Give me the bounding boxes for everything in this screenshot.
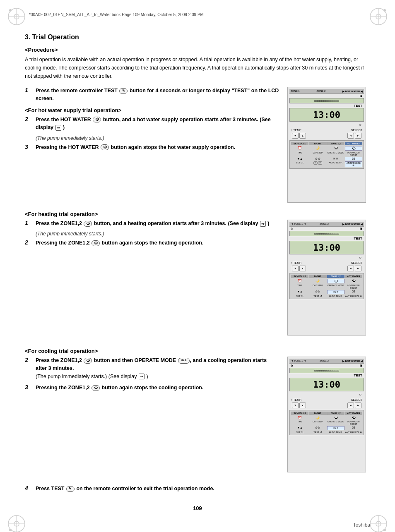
day-step-r1: DAYSTEP	[309, 151, 326, 156]
time-lbl2-r2: TIME	[291, 284, 308, 289]
heating-section: <For heating trial operation> 1 Press th…	[25, 211, 370, 335]
testref-r2: TEST ↺	[309, 295, 326, 297]
setcl-r2: SET CL	[291, 295, 308, 297]
cool-step2-number: 2	[25, 357, 32, 363]
hot-water-button-icon1: ⏻	[93, 117, 101, 122]
hw-icon-r1: ⏻	[345, 146, 362, 151]
hot-water-label-r1: ▶ HOT WATER ◀	[342, 90, 363, 93]
right-btn-r1: ►	[355, 133, 361, 139]
indicator-row-r1: ▣	[289, 94, 364, 98]
zone12-r3: ZONE 1,2	[327, 412, 344, 415]
bottom-row-r2: SET CL TEST ↺ AUTO TEMP. ANTIFREEZE ❄	[291, 295, 362, 297]
heat-step1-number: 1	[25, 220, 32, 226]
date-row-r3: ⊞⊞⊞⊞⊞⊞⊞⊞⊞⊞⊞⊞	[289, 368, 364, 373]
labels-row-r1: TIME DAYSTEP OPERATE MODE HOT WATER BOOS…	[291, 151, 362, 156]
temp-select-row-r1: ↑ TEMP. SELECT	[289, 128, 364, 132]
heat-step2-number: 2	[25, 239, 32, 246]
autotemp-r2: AUTO TEMP.	[327, 295, 344, 297]
hw-r2: ▶ HOT WATER ◀	[342, 223, 363, 225]
hw-icon-r3: ⏻	[345, 416, 362, 419]
zone12-hdr-r1: ZONE 1,2	[327, 142, 344, 145]
date-row-r2: ⊞⊞⊞⊞⊞⊞⊞⊞⊞⊞⊞⊞	[289, 231, 364, 236]
btns-row2-r1: ▼▲ ⊙⊙ ✳✳ 52	[291, 157, 362, 161]
down-btn-r1: ▼	[292, 133, 299, 139]
setcl-r3: SET CL	[291, 431, 308, 434]
hw-icon-r2: ⏻	[345, 279, 362, 283]
sched-icon-r3: ⏰	[291, 416, 308, 419]
grid-hdr-r2: SCHEDULE NIGHT ZONE 1,2 HOT WATER	[291, 275, 362, 278]
cool-step3-text: Pressing the ZONE1,2 ⏻ button again stop…	[36, 384, 203, 392]
temp-select-r2: ↑ TEMP. SELECT	[289, 261, 364, 265]
hw-step2-number: 2	[25, 116, 32, 122]
corner-mark-tr	[368, 6, 389, 27]
snowflake-r2: ⊙	[291, 227, 293, 230]
icon-row-r2: ⏰ 🌙 ⏻ ⏻	[291, 279, 362, 283]
time-r2: 13:00	[291, 242, 362, 253]
hot-water-text-column: 1 Press the remote controller TEST ✎ but…	[25, 87, 279, 155]
btn-row-r2: ▼ ▲ ◄ ►	[289, 265, 364, 272]
cooling-content-block: 2 Press the ZONE1,2 ⏻ button and then OP…	[25, 357, 370, 472]
corner-mark-bl	[6, 513, 27, 532]
circles-r3: ⊙⊙	[309, 426, 326, 430]
btns-row2-r3: ▼▲ ⊙⊙ ✳/✳ 52	[291, 426, 362, 430]
operate-mode-r2: OPERATE MODE	[327, 284, 344, 289]
schedule-hdr-r1: SCHEDULE	[291, 142, 308, 145]
corner-mark-br	[368, 513, 389, 532]
test-lbl-r3: TEST	[289, 374, 364, 377]
time-lbl2-r3: TIME	[291, 420, 308, 425]
heat-step1-note: (The pump immediately starts.)	[36, 231, 279, 237]
hw-step2: 2 Press the HOT WATER ⏻ button, and a ho…	[25, 116, 279, 132]
hw-step1-text: Press the remote controller TEST ✎ butto…	[36, 87, 279, 103]
intro-text: A trial operation is available with an a…	[25, 55, 370, 80]
hot-water-block: 1 Press the remote controller TEST ✎ but…	[25, 87, 370, 203]
schedule-icon-r1: ⏰	[291, 146, 308, 151]
zone12-btn-icon1: ⏻	[84, 221, 92, 227]
auto-temp-r1: AUTO TEMP.	[327, 161, 344, 167]
night-icon-r3: 🌙	[309, 416, 326, 419]
btn-row-r1: ▼ ▲ ◄ ►	[289, 132, 364, 139]
left-btn-r3: ◄	[347, 403, 354, 408]
zone12-cool-icon2: ⏻	[92, 385, 100, 391]
sf-r3: ✳/✳	[327, 426, 344, 430]
indicator-r2: ⊙ ▣	[289, 227, 364, 231]
bottom-row-r1: SETCL ✎ ↺ AUTO TEMP. ANTIFREEZE❄	[291, 161, 362, 167]
remote-device-1: ZONE 1 ZONE 2 ▶ HOT WATER ◀ ▣ ⊞⊞⊞⊞⊞⊞⊞⊞⊞⊞…	[287, 87, 366, 203]
bottom-grid-r2: SCHEDULE NIGHT ZONE 1,2 HOT WATER ⏰ 🌙 ⏻ …	[289, 273, 364, 299]
left-btns-r2: ▼ ▲	[292, 266, 306, 271]
remote-device-2: ◄ ZONE 1 ◄ ZONE 2 ▶ HOT WATER ◀ ⊙ ▣ ⊞⊞⊞⊞…	[287, 220, 366, 335]
section-title: 3. Trial Operation	[25, 34, 370, 41]
zone-bar-r2: ◄ ZONE 1 ◄ ZONE 2 ▶ HOT WATER ◀	[289, 222, 364, 227]
left-btn-r1: ◄	[347, 133, 354, 139]
hw-step3-text: Pressing the HOT WATER ⏻ button again st…	[36, 144, 235, 151]
zone-bar-r3: ◄ ZONE 1 ◄ ZONE 2 ▶ HOT WATER ◀	[289, 359, 364, 364]
z1-r2: ◄ ZONE 1 ◄	[291, 223, 306, 225]
down-btn-r3: ▼	[292, 403, 299, 408]
date-text-r1: ⊞⊞⊞⊞⊞⊞⊞⊞⊞⊞⊞⊞	[291, 99, 362, 102]
sf-r2: ✳/✳	[327, 290, 344, 294]
operate-mode-r3: OPERATE MODE	[327, 420, 344, 425]
z1-r3: ◄ ZONE 1 ◄	[291, 359, 306, 362]
hw-step3: 3 Pressing the HOT WATER ⏻ button again …	[25, 144, 279, 151]
hot-water-button-icon2: ⏻	[101, 144, 109, 150]
cooling-text-column: 2 Press the ZONE1,2 ⏻ button and then OP…	[25, 357, 279, 395]
square-r2: ▣	[360, 227, 363, 230]
zone12-icon-r1: ⏻	[327, 146, 344, 151]
temp-r2: ↑ TEMP.	[291, 261, 302, 264]
time-r1: 13:00	[291, 110, 362, 120]
leaf-r3: ✿	[291, 364, 293, 367]
corner-mark-tl	[6, 6, 27, 27]
date-row-r1: ⊞⊞⊞⊞⊞⊞⊞⊞⊞⊞⊞⊞	[289, 98, 364, 103]
night-r3: NIGHT	[309, 412, 326, 415]
time-r2-wrap: 13:00	[289, 241, 364, 254]
hw-boost-r1: HOT WATER BOOST	[345, 151, 362, 156]
zone12-r2: ZONE 1,2	[327, 275, 344, 278]
z2-r3: ZONE 2	[320, 359, 329, 362]
btn-circle-r1: ⊙⊙	[309, 157, 326, 161]
sched-r3: SCHEDULE	[291, 412, 308, 415]
temp-r3: ↑ TEMP.	[291, 398, 302, 401]
day-step-r2: DAY STEP	[309, 284, 326, 289]
hw2-r3: HOT WATER	[345, 412, 362, 415]
heating-content-block: 1 Press the ZONE1,2 ⏻ button, and a heat…	[25, 220, 370, 335]
cooling-section: <For cooling trial operation> 2 Press th…	[25, 348, 370, 472]
sched-icon-r2: ⏰	[291, 279, 308, 283]
